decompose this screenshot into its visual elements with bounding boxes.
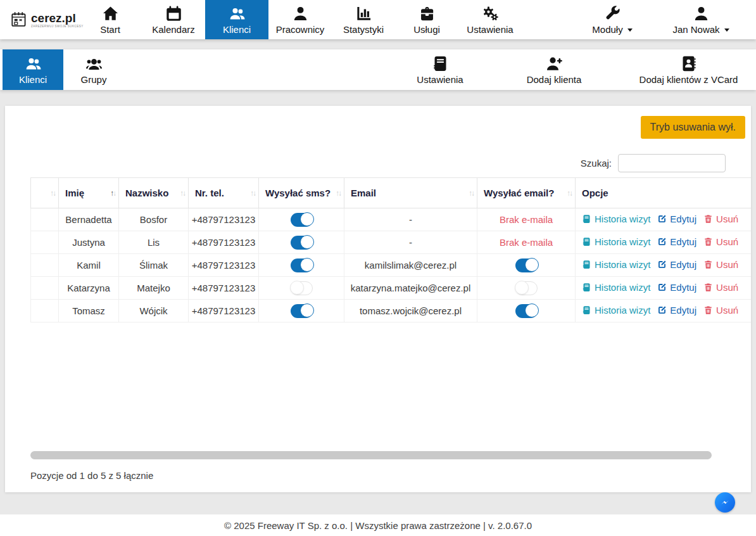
nav-item-ustawienia[interactable]: Ustawienia [458,0,522,39]
last-name-cell: Lis [119,231,189,254]
visit-history-button[interactable]: Historia wizyt [582,214,650,224]
options-cell: Historia wizytEdytujUsuń [576,231,752,254]
journal-icon [582,214,591,224]
edit-button[interactable]: Edytuj [657,282,696,293]
row-select-cell[interactable] [31,231,59,254]
nav-item-klienci[interactable]: Klienci [205,0,268,39]
sms-toggle[interactable] [291,304,313,318]
column-header-wysy-a-sms[interactable]: Wysyłać sms?↑↓ [259,178,344,208]
row-select-cell[interactable] [31,277,59,300]
pagination-info: Pozycje od 1 do 5 z 5 łącznie [30,470,153,481]
edit-button[interactable]: Edytuj [657,214,696,224]
edit-icon [657,214,667,224]
email-toggle-cell [477,300,576,322]
brand-tagline: ZAREZERWUJ SWOJE SUKCESY [31,25,84,28]
address-book-icon [680,55,697,72]
table-header-row: ↑↓Imię↑↓Nazwisko↑↓Nr. tel.↑↓Wysyłać sms?… [31,178,752,208]
home-icon [102,5,119,22]
subnav-item-dodaj-klient-w-z-vcard[interactable]: Dodaj klientów z VCard [624,49,753,90]
trash-icon [703,214,713,224]
horizontal-scrollbar-thumb[interactable] [30,451,712,459]
sort-icon: ↑↓ [567,189,572,198]
gears-icon [482,5,499,22]
delete-button[interactable]: Usuń [703,214,738,224]
first-name-cell: Katarzyna [59,277,119,300]
column-header-nr-tel[interactable]: Nr. tel.↑↓ [189,178,259,208]
delete-button[interactable]: Usuń [703,236,738,247]
no-email-label: Brak e-maila [500,214,553,225]
nav-item-statystyki[interactable]: Statystyki [332,0,395,39]
users-icon [229,5,246,22]
journal-icon [432,55,449,72]
delete-button[interactable]: Usuń [703,282,738,293]
sort-icon: ↑↓ [50,189,55,198]
delete-button[interactable]: Usuń [703,305,738,316]
nav-item-pracownicy[interactable]: Pracownicy [268,0,332,39]
phone-cell: +48797123123 [189,254,259,277]
row-select-cell[interactable] [31,300,59,322]
column-header-opcje[interactable]: Opcje↑↓ [576,178,752,208]
last-name-cell: Wójcik [119,300,189,322]
column-header-nazwisko[interactable]: Nazwisko↑↓ [119,178,189,208]
sms-toggle-cell [259,300,344,322]
wrench-icon [604,5,621,22]
nav-item-modu-y[interactable]: Moduły [571,0,653,39]
sms-toggle-cell [259,277,344,300]
subnav-item-dodaj-klienta[interactable]: Dodaj klienta [500,49,608,90]
last-name-cell: Matejko [119,277,189,300]
table-row: KatarzynaMatejko+48797123123katarzyna.ma… [31,277,752,300]
nav-item-start[interactable]: Start [79,0,142,39]
visit-history-button[interactable]: Historia wizyt [582,305,650,316]
visit-history-button[interactable]: Historia wizyt [582,236,650,247]
visit-history-button[interactable]: Historia wizyt [582,282,650,293]
group-icon [85,55,103,72]
messenger-chat-button[interactable] [715,492,735,513]
sms-toggle[interactable] [291,236,313,250]
nav-item-jan-nowak[interactable]: Jan Nowak [653,0,748,39]
email-cell: - [344,208,477,231]
subnav-item-ustawienia[interactable]: Ustawienia [396,49,484,90]
column-header-select[interactable]: ↑↓ [31,178,59,208]
first-name-cell: Bernadetta [59,208,119,231]
nav-item-us-ugi[interactable]: Usługi [395,0,458,39]
journal-icon [582,237,591,246]
user-icon [292,5,309,22]
email-toggle-cell: Brak e-maila [477,208,576,231]
chart-icon [355,5,372,22]
subnav-item-klienci[interactable]: Klienci [3,49,63,90]
edit-button[interactable]: Edytuj [657,236,696,247]
column-header-email[interactable]: Email↑↓ [344,178,477,208]
last-name-cell: Bosfor [119,208,189,231]
subnav-item-grupy[interactable]: Grupy [63,49,124,90]
row-select-cell[interactable] [31,208,59,231]
search-input[interactable] [618,154,726,172]
sms-toggle[interactable] [291,281,313,295]
visit-history-button[interactable]: Historia wizyt [582,259,650,270]
column-header-wysy-a-email[interactable]: Wysyłać email?↑↓ [477,178,576,208]
email-toggle[interactable] [515,281,538,295]
column-header-imi[interactable]: Imię↑↓ [59,178,119,208]
sort-icon: ↑↓ [250,189,255,198]
nav-item-kalendarz[interactable]: Kalendarz [142,0,205,39]
email-toggle-cell [477,277,576,300]
email-toggle[interactable] [515,304,538,318]
users-icon [25,55,42,72]
row-select-cell[interactable] [31,254,59,277]
no-email-label: Brak e-maila [500,237,553,248]
edit-button[interactable]: Edytuj [657,259,696,270]
edit-button[interactable]: Edytuj [657,305,696,316]
chevron-down-icon [627,29,633,32]
edit-icon [657,305,667,315]
brand-logo[interactable]: cerez.pl ZAREZERWUJ SWOJE SUKCESY [0,0,79,39]
sms-toggle[interactable] [291,213,313,227]
edit-icon [657,283,667,292]
email-toggle[interactable] [515,258,538,272]
search-row: Szukaj: [581,154,726,172]
brand-calendar-icon [10,11,28,29]
toolbox-icon [419,5,436,22]
sort-icon: ↑↓ [110,189,115,198]
delete-button[interactable]: Usuń [703,259,738,270]
delete-mode-toggle-button[interactable]: Tryb usuwania wył. [641,116,745,139]
sms-toggle[interactable] [291,258,313,272]
first-name-cell: Tomasz [59,300,119,322]
